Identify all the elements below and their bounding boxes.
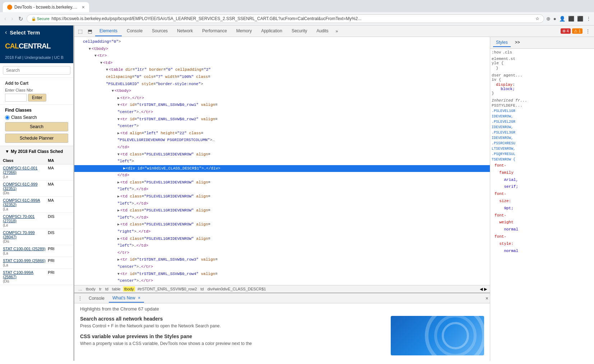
tab-sources[interactable]: Sources: [148, 26, 172, 36]
styles-panel: Styles >> :hov .cls element.style { }: [490, 37, 594, 361]
tab-audits[interactable]: Audits: [312, 26, 333, 36]
code-line: "center">…</tr>: [74, 277, 490, 285]
my-schedule-header[interactable]: ▼ My 2018 Fall Class Sched: [0, 146, 73, 157]
browser-chrome: DevTools - bcsweb.is.berkeley.edu/psp/bc…: [0, 0, 594, 25]
tab-security[interactable]: Security: [287, 26, 311, 36]
news-text: Search across all network headers Press …: [80, 316, 385, 355]
close-tab-icon[interactable]: ×: [138, 295, 140, 300]
bookmark-icon[interactable]: ⊕: [546, 16, 551, 22]
class-link[interactable]: STAT C100-001 (25289): [3, 247, 46, 251]
tab-console-bottom[interactable]: Console: [85, 294, 108, 302]
class-link[interactable]: COMPSCI 70-999 (28047): [3, 230, 35, 239]
code-line: "center">…</tr>: [74, 263, 490, 271]
element-style-block: element.style { }: [492, 57, 593, 70]
forward-button[interactable]: ›: [10, 15, 14, 23]
tab-application[interactable]: Application: [257, 26, 287, 36]
device-mode-btn[interactable]: ⬒: [85, 27, 94, 36]
tab-close-btn[interactable]: ×: [82, 4, 85, 10]
breadcrumb-td2[interactable]: td: [199, 286, 205, 291]
code-line: "left">…</td>: [74, 200, 490, 207]
close-bottom-panel-btn[interactable]: ×: [486, 295, 488, 301]
element-style-close: }: [492, 66, 593, 70]
code-line: ▶<tr id="trSTDNT_ENRL_SSVW$0_row3" valig…: [74, 256, 490, 263]
breadcrumb-tbody-highlighted[interactable]: tbody: [123, 286, 135, 291]
breadcrumb-tr2[interactable]: #trSTDNT_ENRL_SSVW$0_row2: [136, 286, 198, 291]
more-tabs-btn[interactable]: »: [334, 27, 340, 35]
profile-icon[interactable]: 👤: [559, 16, 565, 22]
breadcrumb-next-btn[interactable]: ▶: [484, 287, 487, 291]
tab-memory[interactable]: Memory: [232, 26, 256, 36]
breadcrumb-tr[interactable]: tr: [98, 286, 103, 291]
breadcrumb-table[interactable]: table: [111, 286, 122, 291]
psstyledef-rules: font- family Arial, serif; font- size: 9…: [492, 162, 593, 255]
code-line: ▼<tr id="trSTDNT_ENRL_SSVW$0_row1" valig…: [74, 102, 490, 109]
main-layout: ‹ Select Term CALCENTRAL 2018 Fall | Und…: [0, 25, 594, 361]
code-line: ▼<tr id="trSTDNT_ENRL_SSVW$0_row4" valig…: [74, 271, 490, 278]
bottom-panel-dots[interactable]: ⋮: [76, 295, 84, 302]
devtools-tab[interactable]: DevTools - bcsweb.is.berkeley.edu/psp/bc…: [3, 2, 89, 12]
class-type: (Le: [3, 175, 8, 179]
class-link[interactable]: COMPSCI 61C-999 (32351): [3, 182, 38, 191]
class-link[interactable]: COMPSCI 61C-001 (27066): [3, 166, 38, 174]
star-icon[interactable]: ☆: [535, 16, 539, 21]
list-item: STAT C100-001 (25289)(La PRI: [0, 245, 73, 257]
class-link[interactable]: COMPSCI 70-001 (27018): [3, 214, 35, 223]
news-title-2: CSS variable value previews in the Style…: [80, 333, 385, 339]
chevron-down-icon: ▼: [5, 149, 9, 154]
back-button[interactable]: ‹: [3, 15, 8, 23]
back-arrow-btn[interactable]: ‹: [5, 29, 7, 36]
styles-tab[interactable]: Styles: [493, 38, 511, 47]
devtools-main: cellpadding="0"> ▼<tbody> ▼<tr> ▼<td> ▼<…: [74, 37, 594, 361]
styles-more-btn[interactable]: >>: [512, 38, 523, 47]
refresh-button[interactable]: ↻: [17, 15, 24, 23]
tab-title: DevTools - bcsweb.is.berkeley.edu/psp/bc…: [14, 5, 80, 10]
extension-icon2[interactable]: ⬛: [577, 16, 583, 22]
schedule-planner-button[interactable]: Schedule Planner: [5, 134, 68, 143]
url-text: https://bcsweb.is.berkeley.edu/psp/bcspr…: [52, 16, 533, 21]
class-nbr-input[interactable]: [5, 94, 27, 102]
news-desc-1: Press Control + F in the Network panel t…: [80, 323, 385, 329]
breadcrumb-dots[interactable]: …: [77, 286, 83, 291]
extension-icon1[interactable]: ⬛: [568, 16, 574, 22]
search-input[interactable]: [3, 66, 70, 75]
tab-console[interactable]: Console: [122, 26, 147, 36]
inspect-element-btn[interactable]: ⬚: [76, 27, 85, 36]
chrome-update-graphic: [391, 316, 484, 355]
devtools-badges: ⊗ 4 ⚠ 1: [561, 28, 583, 34]
breadcrumb-tbody1[interactable]: tbody: [85, 286, 97, 291]
class-link[interactable]: COMPSCI 61C-999A (32352): [3, 198, 40, 207]
semester-info: 2018 Fall | Undergraduate | UC B: [0, 53, 73, 63]
enter-button[interactable]: Enter: [28, 94, 46, 102]
add-to-cart-section: Add to Cart Enter Class Nbr Enter: [0, 78, 73, 104]
error-count-badge[interactable]: ⊗ 4: [561, 28, 571, 34]
code-line: </td>: [74, 144, 490, 151]
tab-elements[interactable]: Elements: [95, 26, 122, 36]
code-line: "left">: [74, 158, 490, 165]
breadcrumb-prev-btn[interactable]: ◀: [480, 287, 483, 291]
list-item: COMPSCI 61C-999A (32352)(La MA: [0, 197, 73, 213]
tab-whats-new[interactable]: What's New ×: [109, 294, 144, 303]
class-col-header: Class: [3, 158, 48, 163]
styles-hover-btn[interactable]: :hov: [492, 50, 501, 55]
news-item-2: CSS variable value previews in the Style…: [80, 333, 385, 347]
menu-icon[interactable]: ⋮: [586, 16, 591, 22]
html-tree[interactable]: cellpadding="0"> ▼<tbody> ▼<tr> ▼<td> ▼<…: [74, 37, 490, 285]
breadcrumb-td[interactable]: td: [104, 286, 110, 291]
address-bar[interactable]: 🔒 Secure https://bcsweb.is.berkeley.edu/…: [27, 14, 544, 23]
selected-code-line[interactable]: ▶<div id="win0divE_CLASS_DESCR$1">…</div…: [74, 165, 490, 172]
tab-performance[interactable]: Performance: [198, 26, 231, 36]
tab-network[interactable]: Network: [173, 26, 197, 36]
user-agent-close: }: [492, 91, 593, 95]
class-link[interactable]: STAT C100-999A (25867): [3, 270, 33, 279]
warn-count-badge[interactable]: ⚠ 1: [572, 28, 583, 34]
code-line: ▼<tbody>: [74, 46, 490, 53]
devtools-menu-btn[interactable]: ⋮: [583, 27, 593, 36]
list-item: STAT C100-999A (25867)(Dis PRI: [0, 269, 73, 285]
styles-cls-btn[interactable]: .cls: [502, 50, 512, 55]
class-status: MA: [48, 166, 70, 179]
search-button[interactable]: Search: [5, 122, 68, 131]
chrome-icon[interactable]: ●: [553, 16, 556, 22]
class-search-radio[interactable]: [5, 115, 10, 120]
breadcrumb-div[interactable]: div#win0divE_CLASS_DESCR$1: [206, 286, 267, 291]
class-link[interactable]: STAT C100-999 (25866): [3, 258, 46, 263]
